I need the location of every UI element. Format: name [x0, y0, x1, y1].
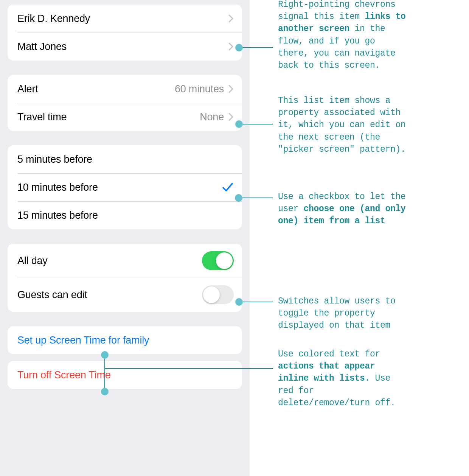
annotation-dot	[235, 298, 243, 306]
annotation-switches: Switches allow users to toggle the prope…	[278, 295, 408, 332]
toggle-knob	[216, 252, 233, 269]
picker-option-5min[interactable]: 5 minutes before	[8, 145, 242, 173]
guests-edit-toggle[interactable]	[202, 285, 234, 304]
chevron-right-icon	[228, 113, 234, 121]
annotation-dot	[101, 388, 109, 395]
annotation-leader	[242, 198, 273, 198]
row-value: 60 minutes	[175, 83, 224, 95]
action-label: Turn off Screen Time	[17, 369, 111, 381]
chevron-right-icon	[228, 85, 234, 93]
action-group-primary: Set up Screen Time for family	[8, 326, 242, 354]
action-group-destructive: Turn off Screen Time	[8, 361, 242, 389]
row-label: 10 minutes before	[17, 182, 98, 193]
person-row-erik[interactable]: Erik D. Kennedy	[8, 5, 242, 33]
ios-settings-panel: Erik D. Kennedy Matt Jones Alert 60 minu…	[0, 0, 250, 476]
annotation-dot	[101, 351, 109, 359]
row-label: Travel time	[17, 111, 67, 123]
annotation-checkbox: Use a checkbox to let the user choose on…	[278, 191, 408, 227]
annotation-leader	[243, 302, 273, 302]
toggle-knob	[203, 286, 220, 303]
action-label: Set up Screen Time for family	[17, 334, 149, 346]
annotation-dot	[235, 194, 242, 202]
chevron-right-icon	[228, 14, 234, 23]
alert-row[interactable]: Alert 60 minutes	[8, 75, 242, 103]
annotation-chevron: Right-pointing chevrons signal this item…	[278, 0, 408, 72]
annotation-leader	[104, 359, 105, 388]
row-label: Guests can edit	[17, 289, 87, 301]
annotation-leader	[104, 368, 273, 369]
annotation-leader	[243, 124, 273, 124]
row-label: All day	[17, 255, 48, 267]
row-label: Erik D. Kennedy	[17, 13, 90, 25]
annotation-dot	[235, 120, 243, 128]
chevron-right-icon	[228, 42, 234, 51]
row-value: None	[200, 111, 224, 123]
all-day-row: All day	[8, 244, 242, 278]
travel-time-row[interactable]: Travel time None	[8, 103, 242, 131]
annotation-dot	[235, 44, 243, 51]
picker-group: 5 minutes before 10 minutes before 15 mi…	[8, 145, 242, 229]
annotation-leader	[243, 47, 273, 48]
picker-option-15min[interactable]: 15 minutes before	[8, 201, 242, 229]
turn-off-screen-time-button[interactable]: Turn off Screen Time	[8, 361, 242, 389]
checkmark-icon	[222, 182, 234, 193]
annotation-picker-screen: This list item shows a property associat…	[278, 95, 408, 156]
person-row-matt[interactable]: Matt Jones	[8, 33, 242, 61]
people-group: Erik D. Kennedy Matt Jones	[8, 5, 242, 61]
setup-screen-time-button[interactable]: Set up Screen Time for family	[8, 326, 242, 354]
guests-edit-row: Guests can edit	[8, 278, 242, 312]
row-label: Matt Jones	[17, 41, 67, 53]
detail-group: Alert 60 minutes Travel time None	[8, 75, 242, 131]
picker-option-10min[interactable]: 10 minutes before	[8, 173, 242, 201]
all-day-toggle[interactable]	[202, 251, 234, 270]
toggles-group: All day Guests can edit	[8, 244, 242, 312]
row-label: 15 minutes before	[17, 210, 98, 221]
row-label: Alert	[17, 83, 38, 95]
annotation-colored-text: Use colored text for actions that appear…	[278, 348, 408, 409]
row-label: 5 minutes before	[17, 154, 92, 165]
